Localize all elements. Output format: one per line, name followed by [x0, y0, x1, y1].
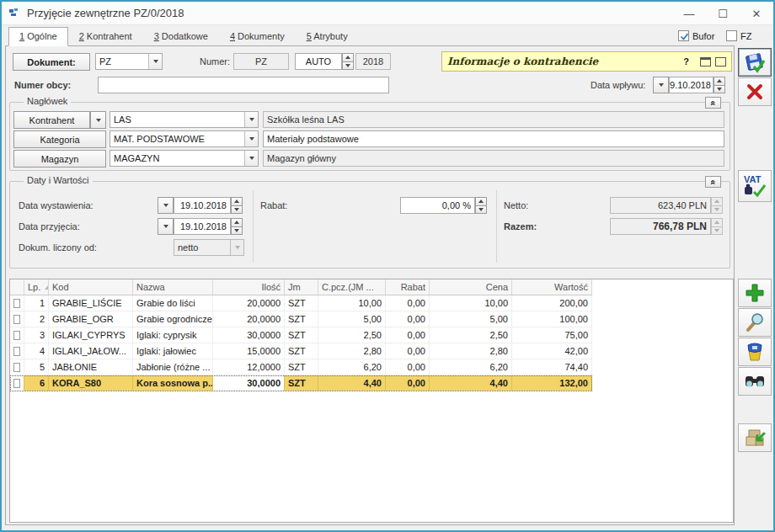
numer-obcy-input[interactable]: [98, 77, 389, 93]
kategoria-button[interactable]: Kategoria: [13, 130, 106, 148]
rabat-label: Rabat:: [260, 200, 287, 210]
kategoria-code-combo[interactable]: MAT. PODSTAWOWE: [110, 130, 259, 147]
kontrahent-code-combo[interactable]: LAS: [110, 111, 259, 128]
naglowek-title: Nagłówek: [24, 96, 71, 106]
numer-year-field: 2018: [355, 53, 391, 70]
popout-panel-icon[interactable]: [700, 57, 711, 66]
add-button[interactable]: [738, 279, 772, 307]
magnifier-icon: [745, 312, 765, 332]
dokument-button[interactable]: Dokument:: [13, 53, 90, 71]
numer-auto-field[interactable]: AUTO: [295, 53, 342, 70]
info-kontrahent-banner[interactable]: Informacje o kontrahencie ?: [441, 51, 732, 72]
bufor-checkbox[interactable]: Bufor: [678, 30, 714, 41]
collapse-naglowek-button[interactable]: «: [705, 97, 721, 109]
magazyn-code-combo[interactable]: MAGAZYN: [110, 150, 259, 167]
cancel-button[interactable]: [738, 77, 772, 106]
header-lp[interactable]: Lp.: [24, 279, 49, 295]
header-kod[interactable]: Kod: [49, 279, 133, 295]
header-cena[interactable]: Cena: [430, 279, 512, 295]
close-button[interactable]: ✕: [740, 2, 773, 25]
quantity-edit-cell[interactable]: 30,0000: [213, 375, 285, 391]
expand-panel-icon[interactable]: [715, 57, 726, 66]
find-button[interactable]: [738, 367, 772, 396]
data-wystawienia-spinner[interactable]: [231, 197, 243, 214]
table-row[interactable]: 5 JABŁONIE Jabłonie (różne ... 12,0000 S…: [10, 359, 592, 375]
cancel-x-icon: [746, 82, 764, 101]
svg-text:VAT: VAT: [744, 174, 762, 184]
header-wartosc[interactable]: Wartość: [512, 279, 592, 295]
data-wystawienia-field[interactable]: 19.10.2018: [174, 197, 231, 214]
chevron-down-icon[interactable]: [244, 112, 258, 127]
vat-check-icon: VAT: [742, 173, 767, 199]
edit-button[interactable]: [738, 308, 772, 337]
razem-spinner: [711, 218, 723, 235]
save-disk-icon: [744, 51, 766, 73]
kontrahent-split-arrow[interactable]: [90, 111, 106, 129]
chevron-down-icon[interactable]: [148, 54, 162, 69]
dokum-liczony-label: Dokum. liczony od:: [19, 242, 97, 253]
data-przyjecia-label: Data przyjęcia:: [19, 221, 80, 231]
netto-field: 623,40 PLN: [610, 197, 711, 214]
table-row[interactable]: 4 IGLAKI_JAŁOW... Iglaki: jałowiec 15,00…: [10, 343, 592, 359]
trash-icon: [746, 342, 764, 362]
razem-field: 766,78 PLN: [610, 218, 711, 235]
save-button[interactable]: [738, 48, 772, 77]
numer-obcy-label: Numer obcy:: [14, 80, 71, 90]
row-checkbox[interactable]: [13, 315, 20, 324]
data-wplywu-spinner[interactable]: [714, 77, 725, 93]
window-title: Przyjęcie zewnętrzne PZ/0/2018: [27, 7, 184, 19]
table-row-selected[interactable]: 6 KORA_S80 Kora sosnowa p... 30,0000 SZT…: [10, 375, 592, 391]
fz-label: FZ: [740, 31, 751, 41]
row-checkbox[interactable]: [13, 379, 20, 388]
chevron-down-icon[interactable]: [244, 131, 258, 146]
magazyn-button[interactable]: Magazyn: [13, 150, 106, 168]
tab-kontrahent[interactable]: 2 Kontrahent: [68, 27, 143, 46]
razem-label: Razem:: [504, 221, 537, 231]
kategoria-name-field[interactable]: Materiały podstawowe: [263, 130, 724, 147]
row-checkbox[interactable]: [13, 299, 20, 308]
title-bar: Przyjęcie zewnętrzne PZ/0/2018 — ☐ ✕: [2, 2, 773, 25]
header-rabat[interactable]: Rabat: [386, 279, 430, 295]
tab-atrybuty[interactable]: 5 Atrybuty: [296, 27, 359, 46]
help-icon[interactable]: ?: [683, 56, 689, 66]
kontrahent-button[interactable]: Kontrahent: [13, 111, 90, 129]
fz-checkbox[interactable]: FZ: [726, 30, 751, 41]
chevron-down-icon: [230, 240, 243, 255]
header-ilosc[interactable]: Ilość: [213, 279, 285, 295]
chevron-down-icon[interactable]: [244, 151, 258, 166]
numer-label: Numer:: [200, 56, 230, 66]
row-checkbox[interactable]: [13, 347, 20, 356]
maximize-button[interactable]: ☐: [706, 2, 740, 25]
bufor-label: Bufor: [692, 31, 714, 41]
table-row[interactable]: 3 IGLAKI_CYPRYS Iglaki: cyprysik 30,0000…: [10, 327, 592, 343]
row-checkbox[interactable]: [13, 331, 20, 340]
rabat-field[interactable]: 0,00 %: [400, 197, 475, 214]
tab-dokumenty[interactable]: 4 Dokumenty: [219, 27, 296, 46]
data-przyjecia-field[interactable]: 19.10.2018: [174, 218, 231, 235]
naglowek-groupbox: Nagłówek « Kontrahent LAS Szkółka leśna …: [9, 102, 730, 171]
data-przyjecia-dropdown[interactable]: [158, 218, 174, 235]
data-wplywu-field[interactable]: 19.10.2018: [669, 77, 714, 93]
delete-button[interactable]: [738, 338, 772, 366]
netto-spinner: [711, 197, 723, 214]
data-wystawienia-dropdown[interactable]: [158, 197, 174, 214]
table-row[interactable]: 1 GRABIE_LIŚCIE Grabie do liści 20,0000 …: [10, 295, 592, 311]
data-przyjecia-spinner[interactable]: [231, 218, 243, 235]
dokument-type-combo[interactable]: PZ: [95, 53, 163, 70]
numer-spinner[interactable]: [342, 53, 354, 70]
row-checkbox[interactable]: [13, 363, 20, 372]
collapse-daty-button[interactable]: «: [705, 176, 721, 188]
tab-bar: 1 Ogólne 2 Kontrahent 3 Dodatkowe 4 Doku…: [8, 27, 359, 46]
data-wplywu-dropdown[interactable]: [653, 77, 669, 93]
header-jm[interactable]: Jm: [285, 279, 318, 295]
table-row[interactable]: 2 GRABIE_OGR Grabie ogrodnicze 20,0000 S…: [10, 311, 592, 327]
rabat-spinner[interactable]: [475, 197, 487, 214]
header-nazwa[interactable]: Nazwa: [133, 279, 213, 295]
tab-ogolne[interactable]: 1 Ogólne: [8, 27, 68, 46]
minimize-button[interactable]: —: [672, 2, 706, 25]
vat-button[interactable]: VAT: [738, 170, 772, 202]
tab-dodatkowe[interactable]: 3 Dodatkowe: [143, 27, 219, 46]
netto-label: Netto:: [504, 200, 528, 210]
import-button[interactable]: [738, 423, 772, 452]
header-cpcz[interactable]: C.pcz.(JM ...: [318, 279, 386, 295]
